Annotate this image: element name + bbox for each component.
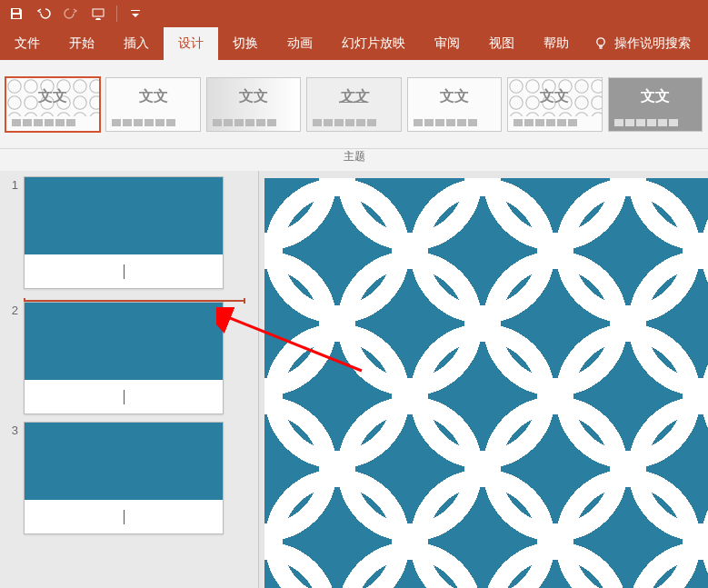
tab-file[interactable]: 文件 (0, 27, 55, 60)
theme-thumb-7[interactable]: 文文 (608, 77, 703, 132)
slide-pattern (25, 303, 223, 380)
svg-rect-1 (131, 10, 140, 11)
tab-insert[interactable]: 插入 (109, 27, 164, 60)
quick-access-toolbar (0, 0, 708, 27)
slideshow-icon (91, 6, 105, 21)
redo-button[interactable] (58, 2, 84, 25)
tab-help[interactable]: 帮助 (529, 27, 583, 60)
slide-body (25, 500, 223, 533)
slide-thumbnail[interactable] (24, 422, 224, 534)
tab-review[interactable]: 审阅 (420, 27, 474, 60)
tab-design[interactable]: 设计 (164, 27, 218, 60)
theme-colors (207, 116, 300, 131)
slide-number: 1 (4, 176, 18, 289)
theme-thumb-5[interactable]: 文文 (407, 77, 502, 132)
slide-thumbnail-item[interactable]: 3 (4, 422, 254, 534)
tab-animations[interactable]: 动画 (273, 27, 327, 60)
undo-icon (36, 6, 51, 21)
text-cursor-icon (124, 390, 125, 404)
start-slideshow-button[interactable] (85, 2, 111, 25)
tab-slideshow[interactable]: 幻灯片放映 (327, 27, 420, 60)
themes-group-label: 主题 (0, 149, 708, 171)
slide-number: 3 (4, 422, 18, 534)
theme-preview: 文文 (609, 78, 702, 116)
slide-number: 2 (4, 302, 18, 414)
lightbulb-icon (593, 35, 609, 52)
theme-preview: 文文 (106, 78, 199, 116)
theme-preview: 文文 (307, 78, 400, 116)
ribbon-tabs: 文件 开始 插入 设计 切换 动画 幻灯片放映 审阅 视图 帮助 操作说明搜索 (0, 27, 708, 60)
slide-thumbnail[interactable] (24, 176, 224, 289)
undo-button[interactable] (31, 2, 56, 25)
theme-colors (307, 116, 400, 131)
theme-colors (106, 116, 199, 131)
text-cursor-icon (124, 510, 125, 524)
text-cursor-icon (124, 264, 125, 279)
slide-thumbnail[interactable] (24, 302, 224, 414)
slide-body (25, 254, 223, 288)
theme-preview: 文文 (508, 78, 601, 116)
tell-me-label: 操作说明搜索 (614, 35, 691, 52)
theme-thumb-6[interactable]: 文文 (507, 77, 602, 132)
slide-thumbnail-item[interactable]: 2 (4, 302, 254, 414)
tell-me-search[interactable]: 操作说明搜索 (583, 27, 700, 60)
separator (116, 5, 117, 22)
tab-view[interactable]: 视图 (474, 27, 529, 60)
save-icon (9, 6, 24, 21)
tab-transitions[interactable]: 切换 (218, 27, 273, 60)
theme-colors (508, 116, 601, 131)
theme-colors (6, 116, 99, 131)
theme-preview: 文文 (207, 78, 300, 116)
themes-gallery: 文文 文文 文文 文文 文文 文文 文文 (0, 60, 708, 149)
save-button[interactable] (4, 2, 29, 25)
theme-colors (609, 116, 702, 131)
slide-thumbnail-item[interactable]: 1 (4, 176, 254, 289)
svg-rect-0 (93, 9, 104, 16)
theme-preview: 文文 (6, 78, 99, 116)
customize-qat-button[interactable] (123, 2, 148, 25)
theme-thumb-2[interactable]: 文文 (105, 77, 200, 132)
tab-home[interactable]: 开始 (55, 27, 109, 60)
slide-editor[interactable] (259, 171, 708, 588)
current-slide[interactable] (264, 178, 708, 588)
theme-colors (408, 116, 501, 131)
theme-preview: 文文 (408, 78, 501, 116)
slide-body (25, 380, 223, 414)
theme-thumb-4[interactable]: 文文 (306, 77, 401, 132)
theme-thumb-1[interactable]: 文文 (5, 77, 100, 132)
redo-icon (64, 6, 78, 21)
slide-thumbnail-panel[interactable]: 1 2 3 (0, 171, 259, 588)
theme-thumb-3[interactable]: 文文 (206, 77, 301, 132)
main-area: 1 2 3 (0, 171, 708, 588)
chevron-down-icon (128, 6, 143, 21)
slide-pattern (25, 177, 223, 254)
slide-pattern (25, 423, 223, 500)
svg-point-2 (597, 38, 604, 45)
